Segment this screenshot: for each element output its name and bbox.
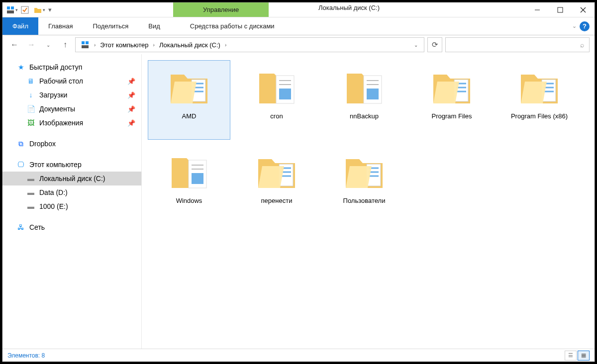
sidebar-item-label: Быстрый доступ — [29, 63, 82, 71]
qat-folder-icon[interactable] — [32, 4, 44, 16]
context-tab[interactable]: Управление — [173, 2, 269, 17]
sidebar-item-label: 1000 (E:) — [39, 202, 68, 210]
qat-properties-icon[interactable] — [4, 4, 16, 16]
documents-icon: 📄 — [26, 104, 35, 113]
pin-icon: 📌 — [127, 91, 135, 99]
folder-item[interactable]: Пользователи — [323, 145, 405, 224]
navbar: ← → ⌄ ↑ › Этот компьютер › Локальный дис… — [2, 35, 595, 54]
drive-icon: ▬ — [26, 174, 35, 183]
recent-locations[interactable]: ⌄ — [41, 38, 55, 52]
navigation-pane: ★ Быстрый доступ 🖥 Рабочий стол 📌↓ Загру… — [2, 54, 142, 349]
sidebar-quick-access[interactable]: ★ Быстрый доступ — [2, 60, 141, 74]
pin-icon: 📌 — [127, 119, 135, 127]
sidebar-item-label: Документы — [39, 105, 75, 113]
folder-item[interactable]: Windows — [148, 145, 230, 224]
svg-rect-10 — [86, 41, 89, 44]
folder-icon — [342, 149, 387, 194]
svg-rect-9 — [82, 41, 85, 44]
drive-icon: ▬ — [26, 188, 35, 197]
breadcrumb-segment-0[interactable]: Этот компьютер — [97, 41, 151, 49]
folder-icon — [342, 65, 387, 109]
sidebar-item-label: Сеть — [29, 223, 45, 231]
address-dropdown[interactable]: ⌄ — [410, 42, 422, 48]
sidebar-item-label: Загрузки — [39, 91, 67, 99]
qat-dropdown-2[interactable]: ▾ — [43, 7, 45, 12]
sidebar-dropbox[interactable]: ⧉ Dropbox — [2, 137, 141, 151]
sidebar-item-label: Изображения — [39, 119, 83, 127]
sidebar-this-pc[interactable]: 🖵 Этот компьютер — [2, 158, 141, 172]
qat-dropdown-1[interactable]: ▾ — [15, 7, 18, 12]
search-box[interactable]: ⌕ — [445, 37, 590, 52]
chevron-right-icon[interactable]: › — [152, 42, 156, 48]
sidebar-quick-item[interactable]: 🖥 Рабочий стол 📌 — [2, 74, 141, 88]
item-count: Элементов: 8 — [7, 352, 45, 359]
chevron-right-icon[interactable]: › — [223, 42, 228, 48]
view-large-icons-button[interactable]: ▦ — [578, 351, 590, 361]
qat-overflow[interactable]: ▾ — [48, 6, 52, 13]
forward-button[interactable]: → — [24, 38, 38, 52]
search-icon[interactable]: ⌕ — [575, 41, 589, 49]
pictures-icon: 🖼 — [26, 118, 35, 127]
close-button[interactable] — [572, 2, 595, 17]
sidebar-item-label: Dropbox — [29, 140, 56, 148]
minimize-button[interactable] — [526, 2, 549, 17]
search-input[interactable] — [446, 41, 575, 49]
address-root-icon[interactable] — [78, 40, 93, 49]
folder-label: Пользователи — [343, 197, 386, 205]
folder-icon — [254, 65, 299, 109]
sidebar-quick-item[interactable]: 🖼 Изображения 📌 — [2, 116, 141, 130]
back-button[interactable]: ← — [7, 38, 21, 52]
pin-icon: 📌 — [127, 78, 135, 85]
sidebar-item-label: Локальный диск (C:) — [39, 175, 105, 182]
address-bar[interactable]: › Этот компьютер › Локальный диск (C:) ›… — [75, 37, 424, 52]
folder-item[interactable]: cron — [235, 60, 318, 140]
tab-home[interactable]: Главная — [38, 17, 83, 35]
folder-icon — [429, 65, 474, 109]
maximize-button[interactable] — [549, 2, 572, 17]
window-title: Локальный диск (C:) — [318, 4, 380, 11]
folder-label: Windows — [176, 197, 202, 205]
monitor-icon: 🖵 — [16, 160, 25, 169]
folder-item[interactable]: AMD — [148, 60, 230, 140]
desktop-icon: 🖥 — [26, 77, 35, 86]
folder-item[interactable]: Program Files — [410, 60, 493, 140]
tab-drive-tools[interactable]: Средства работы с дисками — [180, 17, 285, 35]
sidebar-drive-item[interactable]: ▬ Data (D:) — [2, 185, 141, 199]
quick-access-toolbar: ▾ ▾ ▾ — [2, 2, 54, 17]
view-details-button[interactable]: ☰ — [565, 351, 577, 361]
folder-icon — [167, 65, 211, 109]
titlebar: ▾ ▾ ▾ Управление Локальный диск (C:) — [2, 2, 595, 17]
folder-label: Program Files — [432, 112, 472, 121]
sidebar-drive-item[interactable]: ▬ Локальный диск (C:) — [2, 172, 141, 185]
sidebar-quick-item[interactable]: ↓ Загрузки 📌 — [2, 88, 141, 102]
help-icon[interactable]: ? — [580, 21, 590, 31]
ribbon: Файл Главная Поделиться Вид Средства раб… — [2, 17, 595, 35]
refresh-button[interactable]: ⟳ — [427, 37, 442, 52]
svg-rect-0 — [7, 10, 14, 13]
qat-checkbox-icon[interactable] — [19, 4, 31, 16]
folder-item[interactable]: Program Files (x86) — [498, 60, 581, 140]
folder-item[interactable]: nnBackup — [323, 60, 405, 140]
sidebar-drive-item[interactable]: ▬ 1000 (E:) — [2, 199, 141, 213]
sidebar-network[interactable]: 🖧 Сеть — [2, 220, 141, 234]
downloads-icon: ↓ — [26, 91, 35, 99]
folder-icon — [517, 65, 562, 109]
ribbon-collapse[interactable]: ⌄ — [572, 23, 577, 29]
sidebar-quick-item[interactable]: 📄 Документы 📌 — [2, 102, 141, 116]
folder-label: Program Files (x86) — [511, 112, 568, 121]
folder-label: nnBackup — [350, 112, 379, 121]
breadcrumb-segment-1[interactable]: Локальный диск (C:) — [156, 41, 223, 49]
file-tab[interactable]: Файл — [2, 17, 38, 35]
chevron-right-icon[interactable]: › — [93, 42, 97, 48]
folder-view[interactable]: AMD cron nnBackup Program Files Program … — [142, 54, 595, 349]
dropbox-icon: ⧉ — [16, 139, 25, 148]
folder-icon — [167, 149, 211, 194]
up-button[interactable]: ↑ — [58, 38, 72, 52]
sidebar-item-label: Data (D:) — [39, 188, 68, 196]
folder-item[interactable]: перенести — [235, 145, 318, 224]
svg-rect-1 — [7, 6, 10, 9]
svg-rect-2 — [11, 6, 14, 9]
folder-label: AMD — [182, 112, 197, 121]
tab-view[interactable]: Вид — [138, 17, 170, 35]
tab-share[interactable]: Поделиться — [83, 17, 138, 35]
